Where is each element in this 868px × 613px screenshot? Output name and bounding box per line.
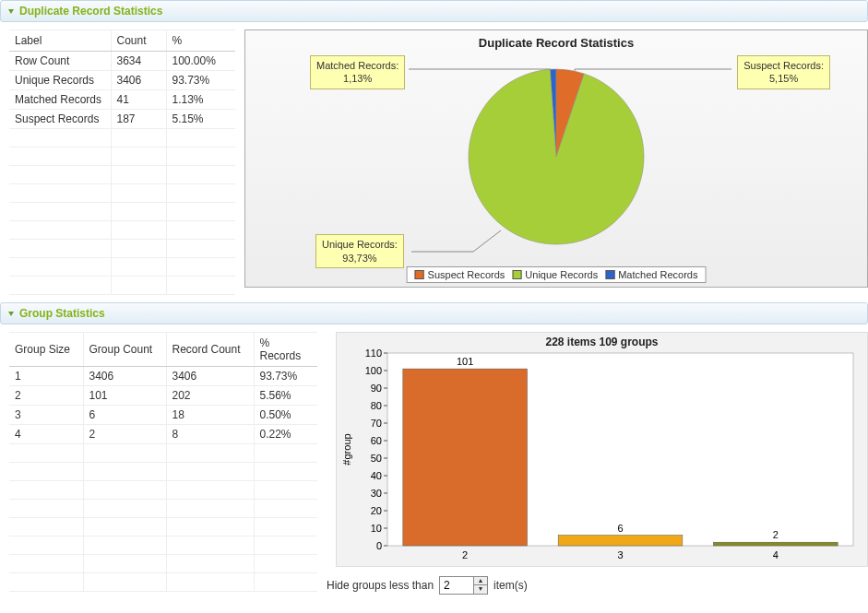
callout-suspect: Suspect Records: 5,15% — [737, 55, 830, 89]
svg-text:50: 50 — [371, 453, 382, 464]
svg-text:100: 100 — [365, 365, 382, 376]
col-label[interactable]: Label — [9, 30, 111, 52]
col-pctrecords[interactable]: % Records — [254, 333, 317, 367]
table-row[interactable]: 13406340693.73% — [9, 367, 317, 386]
svg-text:110: 110 — [365, 348, 382, 359]
col-count[interactable]: Count — [111, 30, 166, 52]
grp-table-header-row: Group Size Group Count Record Count % Re… — [9, 333, 317, 367]
spinner-up-button[interactable]: ▲ — [474, 577, 487, 585]
table-row[interactable]: Unique Records340693.73% — [9, 71, 235, 90]
svg-text:0: 0 — [376, 540, 382, 551]
table-row[interactable]: Matched Records411.13% — [9, 90, 235, 110]
svg-text:30: 30 — [371, 488, 382, 499]
svg-text:10: 10 — [371, 523, 382, 534]
bar-svg: 228 items 109 groups#group01020304050607… — [337, 333, 867, 566]
svg-text:3: 3 — [617, 549, 623, 560]
col-groupsize[interactable]: Group Size — [9, 333, 83, 367]
col-recordcount[interactable]: Record Count — [166, 333, 254, 367]
svg-line-4 — [473, 230, 501, 252]
svg-text:2: 2 — [462, 549, 468, 560]
svg-rect-33 — [403, 369, 528, 546]
grp-panel-header[interactable]: Group Statistics — [0, 302, 868, 324]
hide-groups-label: Hide groups less than — [327, 579, 434, 592]
svg-text:20: 20 — [371, 505, 382, 516]
pie-legend: Suspect Records Unique Records Matched R… — [407, 266, 707, 283]
svg-rect-39 — [714, 542, 838, 546]
table-row[interactable]: 36180.50% — [9, 406, 317, 425]
dup-table-header-row: Label Count % — [9, 30, 235, 52]
chevron-down-icon — [8, 9, 14, 14]
table-row[interactable]: 21012025.56% — [9, 386, 317, 406]
svg-text:80: 80 — [371, 400, 382, 411]
svg-text:#group: #group — [341, 433, 352, 465]
svg-text:2: 2 — [773, 529, 779, 540]
bar-chart: 228 items 109 groups#group01020304050607… — [336, 332, 868, 567]
svg-text:90: 90 — [371, 383, 382, 394]
svg-text:101: 101 — [457, 356, 473, 367]
grp-table: Group Size Group Count Record Count % Re… — [9, 332, 317, 595]
table-row[interactable]: 4280.22% — [9, 425, 317, 444]
table-row[interactable]: Row Count3634100.00% — [9, 52, 235, 71]
hide-groups-control: Hide groups less than ▲ ▼ item(s) — [327, 572, 868, 595]
col-percent[interactable]: % — [166, 30, 235, 52]
hide-groups-input[interactable] — [440, 577, 473, 594]
svg-text:4: 4 — [773, 549, 779, 560]
dup-panel-header[interactable]: Duplicate Record Statistics — [0, 0, 868, 22]
callout-unique: Unique Records: 93,73% — [315, 234, 404, 268]
svg-text:70: 70 — [371, 418, 382, 429]
pie-chart: Duplicate Record Statistics Matched Reco… — [244, 29, 868, 288]
grp-panel-title: Group Statistics — [19, 307, 105, 320]
callout-matched: Matched Records: 1,13% — [310, 55, 405, 89]
svg-text:6: 6 — [617, 523, 623, 534]
spinner-down-button[interactable]: ▼ — [474, 585, 487, 594]
table-row[interactable]: Suspect Records1875.15% — [9, 110, 235, 129]
hide-groups-spinner[interactable]: ▲ ▼ — [439, 576, 488, 595]
chevron-down-icon — [8, 312, 14, 316]
svg-text:228 items 109 groups: 228 items 109 groups — [545, 336, 658, 348]
hide-groups-suffix: item(s) — [493, 579, 528, 592]
svg-text:40: 40 — [371, 470, 382, 481]
svg-text:60: 60 — [371, 435, 382, 446]
grp-panel-body: Group Size Group Count Record Count % Re… — [0, 324, 868, 595]
pie-chart-title: Duplicate Record Statistics — [245, 30, 867, 55]
svg-rect-36 — [558, 536, 683, 546]
dup-panel-title: Duplicate Record Statistics — [19, 5, 162, 18]
dup-panel-body: Label Count % Row Count3634100.00%Unique… — [0, 22, 868, 295]
dup-table: Label Count % Row Count3634100.00%Unique… — [9, 29, 235, 295]
col-groupcount[interactable]: Group Count — [83, 333, 166, 367]
